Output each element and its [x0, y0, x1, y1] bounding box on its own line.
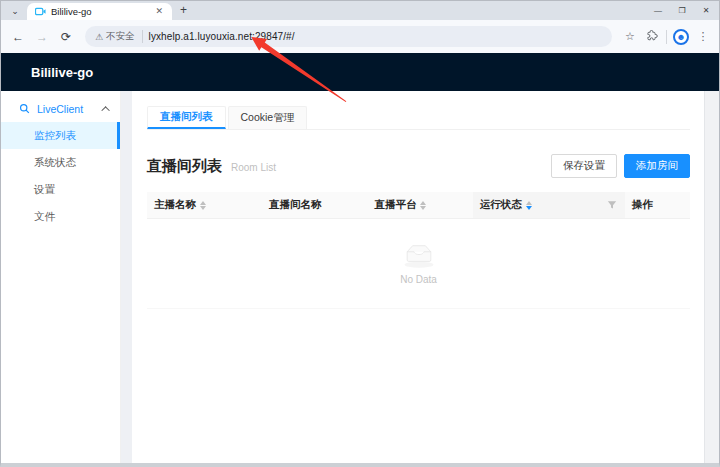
- tab-search-chevron-icon[interactable]: ⌄: [7, 4, 23, 18]
- add-room-button[interactable]: 添加房间: [624, 154, 690, 178]
- browser-tab[interactable]: Bililive-go ✕: [27, 3, 172, 20]
- extensions-icon[interactable]: [644, 30, 660, 44]
- empty-text: No Data: [400, 274, 437, 285]
- filter-funnel-icon[interactable]: [607, 200, 617, 210]
- tab-room-list[interactable]: 直播间列表: [147, 106, 226, 129]
- tab-label: 直播间列表: [160, 110, 213, 124]
- back-icon[interactable]: ←: [9, 28, 27, 46]
- new-tab-button[interactable]: +: [180, 3, 187, 17]
- browser-toolbar: ← → ⟳ ⚠ 不安全 lyxhelp.a1.luyouxia.net:2984…: [1, 20, 719, 53]
- monitor-search-icon: [19, 103, 30, 114]
- column-label: 主播名称: [154, 198, 196, 212]
- bookmark-star-icon[interactable]: ☆: [622, 30, 638, 43]
- bililive-favicon-icon: [35, 6, 46, 17]
- sidebar-item-settings[interactable]: 设置: [1, 176, 120, 203]
- sidebar-item-system-status[interactable]: 系统状态: [1, 149, 120, 176]
- sidebar-group-liveclient[interactable]: LiveClient: [1, 95, 120, 122]
- sorter-icon: [200, 201, 206, 210]
- column-label: 操作: [632, 198, 653, 212]
- sidebar-item-label: 文件: [34, 210, 55, 224]
- layout-gutter: [121, 91, 132, 463]
- column-label: 直播间名称: [269, 198, 322, 212]
- sidebar-item-monitor-list[interactable]: 监控列表: [1, 122, 120, 149]
- forward-icon[interactable]: →: [33, 28, 51, 46]
- save-settings-button[interactable]: 保存设置: [551, 154, 617, 178]
- browser-tab-strip: ⌄ Bililive-go ✕ + — ❒ ✕: [1, 1, 719, 20]
- sidebar: LiveClient 监控列表 系统状态 设置 文件: [1, 91, 121, 463]
- column-label: 运行状态: [480, 198, 522, 212]
- tab-cookie-manage[interactable]: Cookie管理: [228, 106, 308, 129]
- maximize-button[interactable]: ❒: [670, 1, 694, 20]
- main-content: 直播间列表 Cookie管理 直播间列表 Room List 保存设置 添加房间…: [132, 91, 704, 463]
- browser-menu-icon[interactable]: ⋮: [695, 30, 711, 43]
- minimize-button[interactable]: —: [646, 1, 670, 20]
- window-controls: — ❒ ✕: [646, 1, 718, 20]
- url-text[interactable]: lyxhelp.a1.luyouxia.net:29847/#/: [149, 31, 295, 42]
- app-title: Bililive-go: [31, 65, 93, 80]
- security-label: 不安全: [106, 30, 135, 43]
- empty-box-icon: [398, 243, 440, 270]
- table-header: 主播名称 直播间名称 直播平台 运行状态: [147, 192, 690, 219]
- column-header-room-name: 直播间名称: [262, 192, 367, 218]
- content-tabs: 直播间列表 Cookie管理: [147, 106, 690, 130]
- column-header-platform[interactable]: 直播平台: [367, 192, 472, 218]
- security-chip[interactable]: ⚠ 不安全: [95, 30, 143, 43]
- app-header: Bililive-go: [1, 53, 719, 91]
- browser-window: ⌄ Bililive-go ✕ + — ❒ ✕ ← → ⟳ ⚠ 不安全 lyxh…: [0, 0, 720, 467]
- sorter-icon: [420, 201, 426, 210]
- sidebar-item-label: 监控列表: [34, 129, 76, 143]
- table-empty-state: No Data: [147, 219, 690, 309]
- tab-close-icon[interactable]: ✕: [153, 6, 165, 17]
- sorter-icon: [526, 201, 532, 210]
- tab-title: Bililive-go: [51, 6, 148, 17]
- page-title: 直播间列表: [147, 157, 222, 176]
- column-header-run-status[interactable]: 运行状态: [473, 192, 625, 218]
- toolbar-divider: [666, 30, 667, 44]
- column-header-anchor-name[interactable]: 主播名称: [147, 192, 262, 218]
- page-scrollbar[interactable]: [704, 91, 719, 463]
- warning-triangle-icon: ⚠: [95, 32, 103, 42]
- sidebar-item-label: 设置: [34, 183, 55, 197]
- column-label: 直播平台: [374, 198, 416, 212]
- profile-avatar[interactable]: ☻: [673, 29, 689, 45]
- column-header-actions: 操作: [625, 192, 690, 218]
- address-bar[interactable]: ⚠ 不安全 lyxhelp.a1.luyouxia.net:29847/#/: [85, 26, 612, 47]
- close-button[interactable]: ✕: [694, 1, 718, 20]
- sidebar-item-files[interactable]: 文件: [1, 203, 120, 230]
- sidebar-group-label: LiveClient: [37, 103, 104, 115]
- reload-icon[interactable]: ⟳: [57, 28, 75, 46]
- sidebar-item-label: 系统状态: [34, 156, 76, 170]
- page-subtitle: Room List: [231, 162, 276, 173]
- tab-label: Cookie管理: [241, 111, 295, 125]
